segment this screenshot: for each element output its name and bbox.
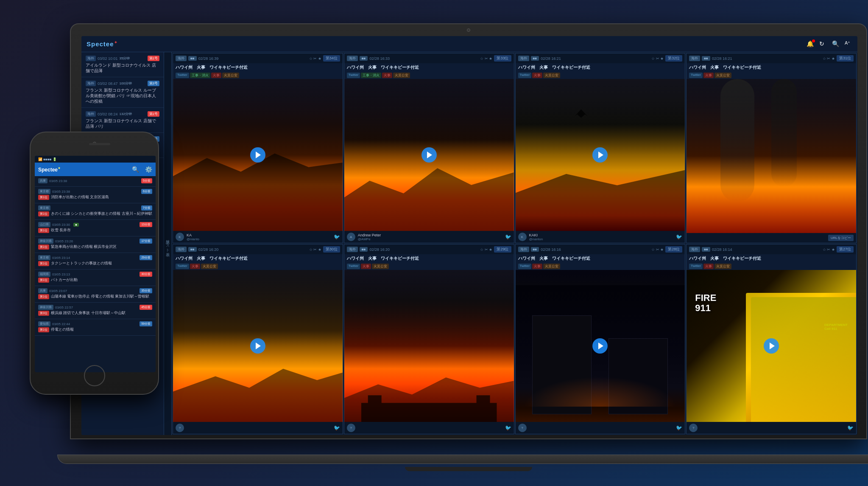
card-tags: Twitter 火事 火災公安 <box>687 263 856 270</box>
card-type: ■■ <box>702 247 710 252</box>
card-date: 02/28 16:21 <box>712 56 732 61</box>
twitter-icon[interactable]: 🐦 <box>847 425 854 431</box>
phone-list-item-10[interactable]: 愛知県 03/05 22:44 59分前 第1位 停電との情報 <box>35 319 156 336</box>
phone-status-bar: 📶 ■■■■ 🔋 <box>35 156 156 163</box>
play-button[interactable] <box>764 338 779 354</box>
phone-item-time: 03/05 23:30 <box>52 223 70 227</box>
url-copy-button[interactable]: URLをコピー <box>828 235 854 241</box>
phone-list-item-9[interactable]: 神奈川県 03/05 22:57 45分前 第3位 横浜線 踏切で人身事故 十日… <box>35 303 156 319</box>
phone-list: 兵庫 03/05 23:38 5分前 東京都 03/05 23:38 6分前 第… <box>35 176 156 372</box>
card-type: ■■ <box>702 56 710 61</box>
sidebar-item-2[interactable]: 海外 03/02 08:47 100分钟 第3号 フランス 新型コロナウイルス … <box>81 77 164 108</box>
phone-settings-icon[interactable]: ⚙️ <box>145 166 152 173</box>
card-title: ハワイ州 火事 ワイキキビーチ付近 <box>687 254 856 263</box>
phone-region: 東京都 <box>38 255 50 260</box>
tag-news: 工事・消火 <box>361 73 381 78</box>
card-location: 海外 <box>176 56 187 61</box>
phone-list-item-8[interactable]: 兵庫 03/05 23:07 35分前 第1位 山陽本線 電車が急停止 停電との… <box>35 286 156 303</box>
card-image-28[interactable] <box>516 270 685 422</box>
play-button[interactable] <box>592 147 608 163</box>
card-title: ハワイ州 火事 ワイキキビーチ付近 <box>344 63 514 72</box>
phone-item-title: 山陽本線 電車が急停止 停電との情報 東加古川駅～曽根駅 <box>51 294 150 299</box>
phone-item-title: 停電との情報 <box>51 327 74 332</box>
card-image-29[interactable] <box>344 270 514 422</box>
card-image-33[interactable] <box>344 79 514 231</box>
card-date: 02/28 16:16 <box>541 247 561 252</box>
phone-list-item-1[interactable]: 兵庫 03/05 23:38 5分前 <box>35 176 156 187</box>
card-rank: 第33位 <box>494 55 511 62</box>
phone-list-item-5[interactable]: 神奈川県 03/05 23:26 17分前 第1位 緊急車両が出動との情報 横浜… <box>35 236 156 253</box>
twitter-icon[interactable]: 🐦 <box>676 234 682 240</box>
twitter-icon[interactable]: 🐦 <box>505 234 511 240</box>
phone-list-item-7[interactable]: 福岡県 03/05 23:13 30分前 第1位 パトカーが出動 <box>35 270 156 286</box>
phone-item-time: 03/05 23:14 <box>52 256 70 260</box>
phone-item-badge: 17分前 <box>140 239 152 244</box>
phone-rank-badge: 第1位 <box>38 278 49 283</box>
card-actions: ☆ ✂ ★ <box>651 56 664 61</box>
sidebar-rank-badge: 第3号 <box>148 81 159 86</box>
phone-list-item-3[interactable]: 東京都 7分前 第1位 きのくに線 シンカとの衝突事故との情報 古座川～紀伊神駅 <box>35 203 156 220</box>
card-30-header: 海外 ■■ 02/28 16:20 ☆ ✂ ★ 第30位 <box>173 244 343 254</box>
tag-fire: 火事 <box>361 264 371 269</box>
card-footer: ? 🐦 <box>173 422 343 434</box>
sidebar-tag: 海外 <box>86 111 96 117</box>
phone-region: 東京都 <box>38 189 50 194</box>
card-location: 海外 <box>347 56 358 61</box>
phone-search-icon[interactable]: 🔍 <box>132 166 139 173</box>
tag-emergency: 火災公安 <box>222 73 239 78</box>
play-button[interactable] <box>250 147 265 163</box>
phone-home-button[interactable] <box>84 365 105 386</box>
app-header: Spectee✦ 🔔 ↻ 🔍 A⁺ <box>81 36 857 52</box>
phone-item-badge: 29分前 <box>140 255 152 260</box>
phone-list-item-6[interactable]: 東京都 03/05 23:14 29分前 第1位 タクシーとトラックの事故との情… <box>35 253 156 270</box>
play-button[interactable] <box>592 338 608 354</box>
phone-item-badge: 59分前 <box>140 321 152 326</box>
twitter-icon[interactable]: 🐦 <box>334 425 340 431</box>
sidebar-item-3[interactable]: 海外 03/02 08:24 132分钟 第1号 フランス 新型コロナウイルス … <box>81 108 164 133</box>
cards-grid: 海外 ■■ 02/28 16:39 ☆ ✂ ★ 第34位 ハワイ州 火事 ワイキ… <box>172 52 857 435</box>
card-title: ハワイ州 火事 ワイキキビーチ付近 <box>173 254 343 263</box>
card-date: 02/28 16:20 <box>369 247 390 252</box>
card-location: 海外 <box>518 56 529 61</box>
card-footer: URLをコピー <box>687 233 856 243</box>
sidebar-item-1[interactable]: 海外 03/02 10:01 35分钟 第1号 アイルランド 新型コロナウイルス… <box>81 52 164 77</box>
card-image-30[interactable] <box>173 270 343 422</box>
tag-twitter: Twitter <box>176 264 189 269</box>
phone-list-item-4[interactable]: 山口県 03/05 23:30 ■ 13分前 第1位 吹雪 長井市 <box>35 220 156 236</box>
card-rank: 第29位 <box>494 246 511 253</box>
play-button[interactable] <box>421 147 437 163</box>
card-user: KAKI @nanton <box>529 233 674 241</box>
search-icon[interactable]: 🔍 <box>832 40 840 48</box>
card-rank: 第28位 <box>665 246 682 253</box>
card-29: 海外 ■■ 02/28 16:20 ☆ ✂ ★ 第29位 ハワイ州 火事 ワイキ… <box>344 244 514 434</box>
phone-list-item-2[interactable]: 東京都 03/05 23:38 6分前 第1位 消防車が出動との情報 文京区湯島 <box>35 187 156 203</box>
card-actions: ☆ ✂ ★ <box>480 56 492 61</box>
card-date: 02/28 16:33 <box>369 56 390 61</box>
card-footer: K KA @nianto 🐦 <box>173 231 343 243</box>
phone-rank-badge: 第1位 <box>38 211 49 216</box>
card-image-27[interactable]: FIRE911 DEPARTMENTCall 911 <box>687 270 856 422</box>
card-date: 02/28 16:21 <box>541 56 561 61</box>
card-image-34[interactable] <box>173 79 343 231</box>
tag-emergency: 火災公安 <box>393 73 410 78</box>
handle: @nanton <box>529 237 674 241</box>
sidebar-time: 03/02 08:47 <box>98 81 118 86</box>
refresh-icon[interactable]: ↻ <box>819 40 827 48</box>
bell-icon[interactable]: 🔔 <box>807 40 814 48</box>
card-image-31[interactable] <box>687 79 856 233</box>
twitter-icon[interactable]: 🐦 <box>334 234 340 240</box>
article-list-toggle[interactable]: 記事リスト表示 <box>164 52 172 435</box>
tag-news: 工事・消火 <box>190 73 210 78</box>
play-button[interactable] <box>250 338 265 354</box>
twitter-icon[interactable]: 🐦 <box>676 425 682 431</box>
card-image-32[interactable] <box>516 79 685 231</box>
header-icons: 🔔 ↻ 🔍 A⁺ <box>807 40 852 48</box>
phone-logo: Spectee✦ <box>38 166 61 173</box>
laptop: Spectee✦ 🔔 ↻ 🔍 A⁺ <box>70 23 867 456</box>
card-footer: K KAKI @nanton 🐦 <box>516 231 685 243</box>
laptop-base <box>57 455 868 464</box>
twitter-icon[interactable]: 🐦 <box>505 425 511 431</box>
phone-item-time: 03/05 23:26 <box>55 239 73 243</box>
phone-region: 神奈川県 <box>38 239 53 244</box>
font-size-icon[interactable]: A⁺ <box>845 40 852 48</box>
